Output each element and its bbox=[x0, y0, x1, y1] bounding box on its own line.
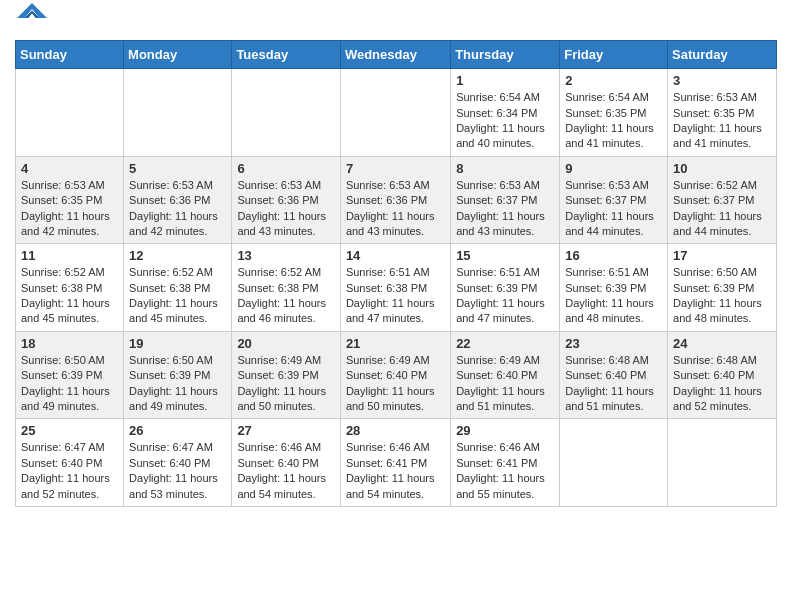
calendar-cell bbox=[124, 69, 232, 157]
day-number: 29 bbox=[456, 423, 554, 438]
day-number: 17 bbox=[673, 248, 771, 263]
day-number: 20 bbox=[237, 336, 335, 351]
calendar-cell: 24Sunrise: 6:48 AM Sunset: 6:40 PM Dayli… bbox=[668, 331, 777, 419]
day-number: 16 bbox=[565, 248, 662, 263]
cell-content: Sunrise: 6:52 AM Sunset: 6:38 PM Dayligh… bbox=[237, 265, 335, 327]
calendar-cell bbox=[232, 69, 341, 157]
header bbox=[15, 10, 777, 34]
day-number: 8 bbox=[456, 161, 554, 176]
calendar-cell: 8Sunrise: 6:53 AM Sunset: 6:37 PM Daylig… bbox=[451, 156, 560, 244]
day-number: 5 bbox=[129, 161, 226, 176]
cell-content: Sunrise: 6:53 AM Sunset: 6:37 PM Dayligh… bbox=[456, 178, 554, 240]
cell-content: Sunrise: 6:48 AM Sunset: 6:40 PM Dayligh… bbox=[673, 353, 771, 415]
day-number: 23 bbox=[565, 336, 662, 351]
day-number: 15 bbox=[456, 248, 554, 263]
calendar-cell bbox=[560, 419, 668, 507]
calendar-cell bbox=[340, 69, 450, 157]
calendar-cell: 27Sunrise: 6:46 AM Sunset: 6:40 PM Dayli… bbox=[232, 419, 341, 507]
calendar-cell: 16Sunrise: 6:51 AM Sunset: 6:39 PM Dayli… bbox=[560, 244, 668, 332]
day-of-week-sunday: Sunday bbox=[16, 41, 124, 69]
calendar-cell: 23Sunrise: 6:48 AM Sunset: 6:40 PM Dayli… bbox=[560, 331, 668, 419]
cell-content: Sunrise: 6:49 AM Sunset: 6:40 PM Dayligh… bbox=[456, 353, 554, 415]
logo-icon bbox=[17, 3, 47, 21]
cell-content: Sunrise: 6:51 AM Sunset: 6:38 PM Dayligh… bbox=[346, 265, 445, 327]
week-row-5: 25Sunrise: 6:47 AM Sunset: 6:40 PM Dayli… bbox=[16, 419, 777, 507]
day-of-week-wednesday: Wednesday bbox=[340, 41, 450, 69]
calendar-cell: 7Sunrise: 6:53 AM Sunset: 6:36 PM Daylig… bbox=[340, 156, 450, 244]
day-of-week-tuesday: Tuesday bbox=[232, 41, 341, 69]
cell-content: Sunrise: 6:50 AM Sunset: 6:39 PM Dayligh… bbox=[21, 353, 118, 415]
cell-content: Sunrise: 6:46 AM Sunset: 6:41 PM Dayligh… bbox=[456, 440, 554, 502]
calendar-cell: 22Sunrise: 6:49 AM Sunset: 6:40 PM Dayli… bbox=[451, 331, 560, 419]
cell-content: Sunrise: 6:52 AM Sunset: 6:38 PM Dayligh… bbox=[129, 265, 226, 327]
day-number: 21 bbox=[346, 336, 445, 351]
day-number: 19 bbox=[129, 336, 226, 351]
day-number: 6 bbox=[237, 161, 335, 176]
day-number: 12 bbox=[129, 248, 226, 263]
day-of-week-saturday: Saturday bbox=[668, 41, 777, 69]
week-row-4: 18Sunrise: 6:50 AM Sunset: 6:39 PM Dayli… bbox=[16, 331, 777, 419]
calendar-body: 1Sunrise: 6:54 AM Sunset: 6:34 PM Daylig… bbox=[16, 69, 777, 507]
calendar-cell: 11Sunrise: 6:52 AM Sunset: 6:38 PM Dayli… bbox=[16, 244, 124, 332]
calendar-cell: 29Sunrise: 6:46 AM Sunset: 6:41 PM Dayli… bbox=[451, 419, 560, 507]
cell-content: Sunrise: 6:51 AM Sunset: 6:39 PM Dayligh… bbox=[456, 265, 554, 327]
cell-content: Sunrise: 6:47 AM Sunset: 6:40 PM Dayligh… bbox=[129, 440, 226, 502]
week-row-2: 4Sunrise: 6:53 AM Sunset: 6:35 PM Daylig… bbox=[16, 156, 777, 244]
calendar-cell: 18Sunrise: 6:50 AM Sunset: 6:39 PM Dayli… bbox=[16, 331, 124, 419]
day-number: 2 bbox=[565, 73, 662, 88]
day-number: 11 bbox=[21, 248, 118, 263]
calendar-cell: 20Sunrise: 6:49 AM Sunset: 6:39 PM Dayli… bbox=[232, 331, 341, 419]
cell-content: Sunrise: 6:52 AM Sunset: 6:37 PM Dayligh… bbox=[673, 178, 771, 240]
week-row-3: 11Sunrise: 6:52 AM Sunset: 6:38 PM Dayli… bbox=[16, 244, 777, 332]
cell-content: Sunrise: 6:50 AM Sunset: 6:39 PM Dayligh… bbox=[673, 265, 771, 327]
day-number: 7 bbox=[346, 161, 445, 176]
calendar-cell: 3Sunrise: 6:53 AM Sunset: 6:35 PM Daylig… bbox=[668, 69, 777, 157]
day-number: 27 bbox=[237, 423, 335, 438]
day-number: 9 bbox=[565, 161, 662, 176]
day-number: 14 bbox=[346, 248, 445, 263]
cell-content: Sunrise: 6:53 AM Sunset: 6:35 PM Dayligh… bbox=[673, 90, 771, 152]
cell-content: Sunrise: 6:50 AM Sunset: 6:39 PM Dayligh… bbox=[129, 353, 226, 415]
cell-content: Sunrise: 6:49 AM Sunset: 6:40 PM Dayligh… bbox=[346, 353, 445, 415]
day-number: 4 bbox=[21, 161, 118, 176]
calendar-cell: 2Sunrise: 6:54 AM Sunset: 6:35 PM Daylig… bbox=[560, 69, 668, 157]
cell-content: Sunrise: 6:53 AM Sunset: 6:36 PM Dayligh… bbox=[346, 178, 445, 240]
day-number: 26 bbox=[129, 423, 226, 438]
cell-content: Sunrise: 6:53 AM Sunset: 6:37 PM Dayligh… bbox=[565, 178, 662, 240]
day-number: 1 bbox=[456, 73, 554, 88]
calendar-cell: 10Sunrise: 6:52 AM Sunset: 6:37 PM Dayli… bbox=[668, 156, 777, 244]
calendar-cell: 4Sunrise: 6:53 AM Sunset: 6:35 PM Daylig… bbox=[16, 156, 124, 244]
day-number: 13 bbox=[237, 248, 335, 263]
day-number: 25 bbox=[21, 423, 118, 438]
calendar-cell: 14Sunrise: 6:51 AM Sunset: 6:38 PM Dayli… bbox=[340, 244, 450, 332]
calendar-cell: 25Sunrise: 6:47 AM Sunset: 6:40 PM Dayli… bbox=[16, 419, 124, 507]
day-number: 3 bbox=[673, 73, 771, 88]
calendar: SundayMondayTuesdayWednesdayThursdayFrid… bbox=[15, 40, 777, 507]
day-of-week-monday: Monday bbox=[124, 41, 232, 69]
calendar-cell: 21Sunrise: 6:49 AM Sunset: 6:40 PM Dayli… bbox=[340, 331, 450, 419]
cell-content: Sunrise: 6:52 AM Sunset: 6:38 PM Dayligh… bbox=[21, 265, 118, 327]
day-number: 18 bbox=[21, 336, 118, 351]
calendar-cell: 28Sunrise: 6:46 AM Sunset: 6:41 PM Dayli… bbox=[340, 419, 450, 507]
day-of-week-friday: Friday bbox=[560, 41, 668, 69]
days-of-week-header: SundayMondayTuesdayWednesdayThursdayFrid… bbox=[16, 41, 777, 69]
calendar-cell: 12Sunrise: 6:52 AM Sunset: 6:38 PM Dayli… bbox=[124, 244, 232, 332]
calendar-cell: 19Sunrise: 6:50 AM Sunset: 6:39 PM Dayli… bbox=[124, 331, 232, 419]
cell-content: Sunrise: 6:46 AM Sunset: 6:40 PM Dayligh… bbox=[237, 440, 335, 502]
calendar-cell: 15Sunrise: 6:51 AM Sunset: 6:39 PM Dayli… bbox=[451, 244, 560, 332]
day-of-week-thursday: Thursday bbox=[451, 41, 560, 69]
cell-content: Sunrise: 6:51 AM Sunset: 6:39 PM Dayligh… bbox=[565, 265, 662, 327]
calendar-cell: 6Sunrise: 6:53 AM Sunset: 6:36 PM Daylig… bbox=[232, 156, 341, 244]
cell-content: Sunrise: 6:49 AM Sunset: 6:39 PM Dayligh… bbox=[237, 353, 335, 415]
day-number: 28 bbox=[346, 423, 445, 438]
logo bbox=[15, 10, 47, 34]
week-row-1: 1Sunrise: 6:54 AM Sunset: 6:34 PM Daylig… bbox=[16, 69, 777, 157]
calendar-cell: 5Sunrise: 6:53 AM Sunset: 6:36 PM Daylig… bbox=[124, 156, 232, 244]
calendar-cell: 9Sunrise: 6:53 AM Sunset: 6:37 PM Daylig… bbox=[560, 156, 668, 244]
calendar-cell bbox=[668, 419, 777, 507]
day-number: 22 bbox=[456, 336, 554, 351]
cell-content: Sunrise: 6:48 AM Sunset: 6:40 PM Dayligh… bbox=[565, 353, 662, 415]
day-number: 24 bbox=[673, 336, 771, 351]
calendar-cell: 17Sunrise: 6:50 AM Sunset: 6:39 PM Dayli… bbox=[668, 244, 777, 332]
calendar-cell: 13Sunrise: 6:52 AM Sunset: 6:38 PM Dayli… bbox=[232, 244, 341, 332]
